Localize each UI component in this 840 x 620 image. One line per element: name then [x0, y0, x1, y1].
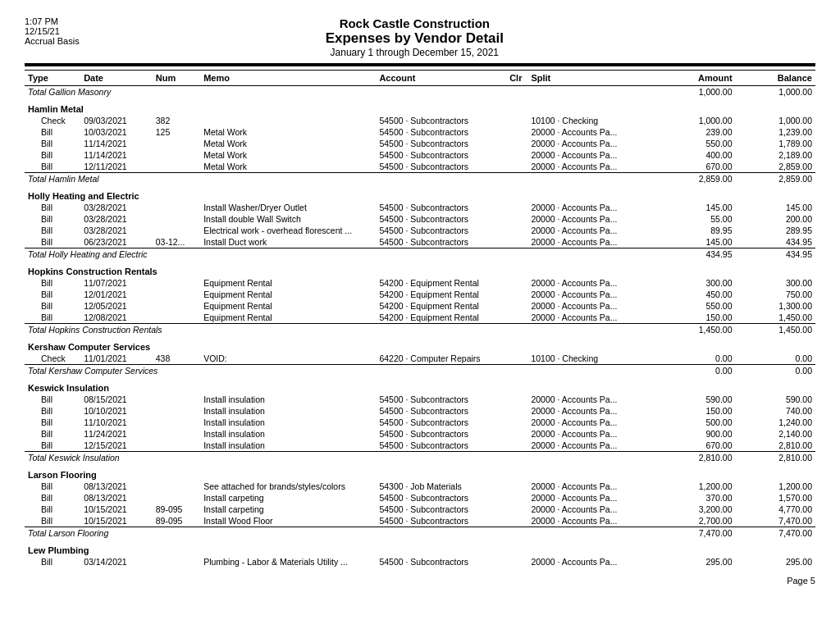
- col-split: Split: [527, 71, 655, 86]
- vendor-header: Kershaw Computer Services: [25, 335, 815, 353]
- report-date-range: January 1 through December 15, 2021: [80, 47, 750, 58]
- col-balance: Balance: [736, 71, 815, 86]
- report-title: Expenses by Vendor Detail: [80, 30, 750, 47]
- col-account: Account: [376, 71, 504, 86]
- vendor-total-row: Total Kershaw Computer Services 0.00 0.0…: [25, 365, 815, 377]
- table-row: Bill 03/28/2021 Install double Wall Swit…: [25, 213, 815, 225]
- col-memo: Memo: [200, 71, 376, 86]
- col-type: Type: [25, 71, 80, 86]
- table-row: Bill 11/10/2021 Install insulation 54500…: [25, 417, 815, 428]
- table-row: Bill 10/10/2021 Install insulation 54500…: [25, 405, 815, 417]
- vendor-header: Hamlin Metal: [25, 98, 815, 115]
- table-row: Bill 10/03/2021 125 Metal Work 54500 · S…: [25, 126, 815, 138]
- vendor-total-row: Total Larson Flooring 7,470.00 7,470.00: [25, 527, 815, 540]
- vendor-header: Hopkins Construction Rentals: [25, 260, 815, 277]
- basis-label: Accrual Basis: [25, 36, 80, 46]
- col-date: Date: [80, 71, 153, 86]
- col-num: Num: [153, 71, 200, 86]
- total-row: Total Gallion Masonry 1,000.00 1,000.00: [25, 86, 815, 98]
- table-row: Bill 06/23/2021 03-12... Install Duct wo…: [25, 236, 815, 248]
- report-container: 1:07 PM 12/15/21 Accrual Basis Rock Cast…: [25, 16, 815, 586]
- page-footer: Page 5: [25, 576, 815, 586]
- table-row: Bill 11/14/2021 Metal Work 54500 · Subco…: [25, 149, 815, 161]
- table-row: Bill 12/15/2021 Install insulation 54500…: [25, 440, 815, 452]
- table-row: Bill 12/01/2021 Equipment Rental 54200 ·…: [25, 289, 815, 300]
- column-headers: Type Date Num Memo Account Clr Split Amo…: [25, 71, 815, 86]
- print-time: 1:07 PM: [25, 16, 80, 26]
- table-row: Bill 12/08/2021 Equipment Rental 54200 ·…: [25, 312, 815, 324]
- table-row: Bill 03/28/2021 Install Washer/Dryer Out…: [25, 202, 815, 213]
- table-row: Check 09/03/2021 382 54500 · Subcontract…: [25, 115, 815, 126]
- vendor-header: Holly Heating and Electric: [25, 185, 815, 202]
- table-row: Bill 10/15/2021 89-095 Install carpeting…: [25, 504, 815, 515]
- report-table: Type Date Num Memo Account Clr Split Amo…: [25, 70, 815, 568]
- header-left: 1:07 PM 12/15/21 Accrual Basis: [25, 16, 80, 58]
- vendor-header: Lew Plumbing: [25, 539, 815, 556]
- vendor-header: Keswick Insulation: [25, 376, 815, 394]
- table-row: Check 11/01/2021 438 VOID: 64220 · Compu…: [25, 353, 815, 365]
- vendor-total-row: Total Hamlin Metal 2,859.00 2,859.00: [25, 173, 815, 185]
- table-row: Bill 08/13/2021 See attached for brands/…: [25, 481, 815, 492]
- vendor-total-row: Total Keswick Insulation 2,810.00 2,810.…: [25, 452, 815, 464]
- vendor-total-row: Total Hopkins Construction Rentals 1,450…: [25, 324, 815, 336]
- col-amount: Amount: [655, 71, 735, 86]
- vendor-total-row: Total Holly Heating and Electric 434.95 …: [25, 248, 815, 261]
- table-row: Bill 03/14/2021 Plumbing - Labor & Mater…: [25, 556, 815, 568]
- page-number: Page 5: [787, 576, 815, 586]
- table-row: Bill 11/14/2021 Metal Work 54500 · Subco…: [25, 138, 815, 149]
- table-row: Bill 03/28/2021 Electrical work - overhe…: [25, 225, 815, 236]
- table-row: Bill 08/13/2021 Install carpeting 54500 …: [25, 492, 815, 504]
- col-clr: Clr: [504, 71, 527, 86]
- print-date: 12/15/21: [25, 26, 80, 36]
- report-header: 1:07 PM 12/15/21 Accrual Basis Rock Cast…: [25, 16, 815, 58]
- table-row: Bill 11/24/2021 Install insulation 54500…: [25, 428, 815, 440]
- table-row: Bill 10/15/2021 89-095 Install Wood Floo…: [25, 515, 815, 527]
- company-name: Rock Castle Construction: [80, 16, 750, 30]
- table-row: Bill 08/15/2021 Install insulation 54500…: [25, 394, 815, 405]
- table-row: Bill 11/07/2021 Equipment Rental 54200 ·…: [25, 277, 815, 289]
- header-center: Rock Castle Construction Expenses by Ven…: [80, 16, 750, 58]
- vendor-header: Larson Flooring: [25, 463, 815, 481]
- table-row: Bill 12/11/2021 Metal Work 54500 · Subco…: [25, 161, 815, 173]
- table-row: Bill 12/05/2021 Equipment Rental 54200 ·…: [25, 300, 815, 312]
